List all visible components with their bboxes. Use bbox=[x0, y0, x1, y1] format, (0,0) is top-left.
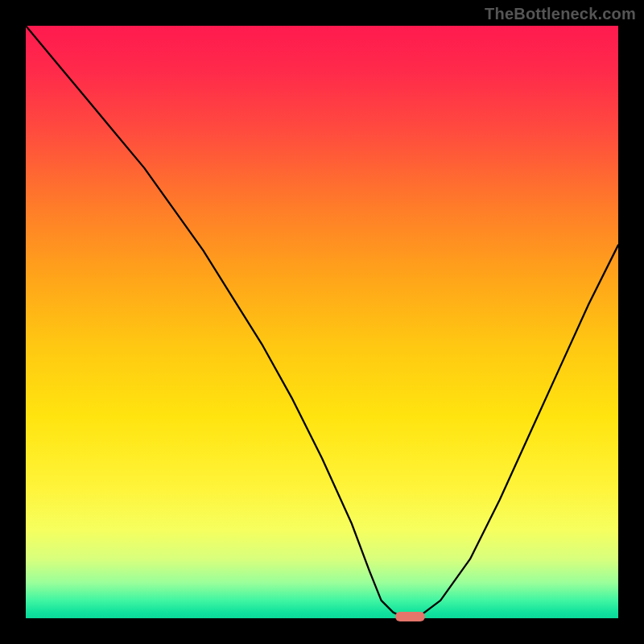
bottleneck-curve bbox=[26, 26, 618, 618]
optimal-marker bbox=[395, 612, 425, 621]
attribution-text: TheBottleneck.com bbox=[485, 5, 636, 23]
chart-container: TheBottleneck.com bbox=[0, 0, 644, 644]
plot-area bbox=[24, 24, 620, 620]
curve-path bbox=[26, 26, 618, 618]
